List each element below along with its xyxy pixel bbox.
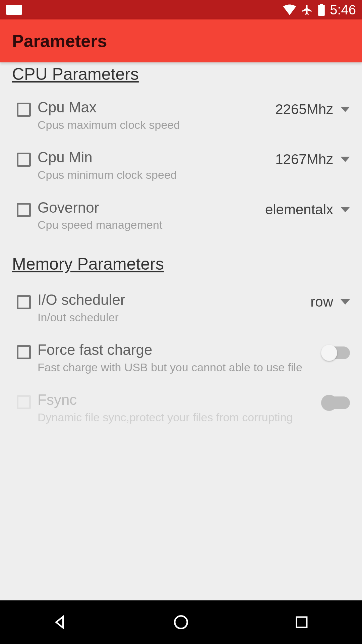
switch-knob	[321, 395, 337, 411]
setting-sub: Cpu speed management	[38, 218, 255, 232]
content[interactable]: CPU Parameters Cpu Max Cpus maximum cloc…	[0, 62, 362, 600]
setting-sub: Fast charge with USB but you cannot able…	[38, 360, 312, 375]
checkbox-fast-charge[interactable]	[17, 345, 31, 359]
setting-text: Fsync Dynamic file sync,protect your fil…	[38, 391, 316, 424]
nav-back-button[interactable]	[40, 602, 80, 642]
checkbox-io-scheduler[interactable]	[17, 295, 31, 309]
setting-text: Governor Cpu speed management	[38, 199, 258, 232]
chevron-down-icon	[341, 157, 350, 162]
status-time: 5:46	[330, 2, 356, 17]
setting-governor[interactable]: Governor Cpu speed management elementalx	[0, 191, 362, 241]
back-icon	[52, 614, 69, 631]
screen: 5:46 Parameters CPU Parameters Cpu Max C…	[0, 0, 362, 644]
checkbox-cpu-min[interactable]	[17, 153, 31, 167]
section-header-cpu: CPU Parameters	[0, 64, 362, 91]
setting-text: I/O scheduler In/out scheduler	[38, 291, 304, 324]
nav-home-button[interactable]	[161, 602, 201, 642]
svg-rect-1	[297, 617, 307, 628]
airplane-icon	[301, 4, 313, 16]
switch-fsync	[322, 396, 350, 409]
value-text: 2265Mhz	[275, 101, 333, 117]
value-text: 1267Mhz	[275, 151, 333, 167]
setting-title: Cpu Min	[38, 149, 265, 166]
setting-title: Fsync	[38, 391, 312, 409]
value-text: elementalx	[265, 202, 333, 218]
setting-fast-charge[interactable]: Force fast charge Fast charge with USB b…	[0, 333, 362, 383]
setting-sub: In/out scheduler	[38, 310, 300, 325]
recent-icon	[294, 614, 309, 630]
setting-title: Governor	[38, 199, 255, 217]
setting-cpu-max[interactable]: Cpu Max Cpus maximum clock speed 2265Mhz	[0, 91, 362, 141]
page-title: Parameters	[12, 31, 107, 51]
dropdown-cpu-min[interactable]: 1267Mhz	[275, 151, 350, 167]
chevron-down-icon	[341, 299, 350, 305]
status-right: 5:46	[283, 2, 356, 17]
checkbox-fsync	[17, 395, 31, 409]
notification-icon	[6, 5, 22, 15]
checkbox-cpu-max[interactable]	[17, 103, 31, 117]
setting-title: Cpu Max	[38, 99, 265, 116]
chevron-down-icon	[341, 107, 350, 112]
battery-icon	[318, 4, 325, 16]
switch-knob	[321, 345, 337, 361]
setting-title: Force fast charge	[38, 341, 312, 359]
setting-text: Cpu Max Cpus maximum clock speed	[38, 99, 268, 132]
dropdown-io-scheduler[interactable]: row	[310, 294, 350, 310]
chevron-down-icon	[341, 207, 350, 212]
section-header-memory: Memory Parameters	[0, 241, 362, 283]
wifi-icon	[283, 4, 296, 15]
switch-fast-charge[interactable]	[322, 346, 350, 359]
setting-sub: Dynamic file sync,protect your files fro…	[38, 410, 312, 425]
dropdown-governor[interactable]: elementalx	[265, 202, 350, 218]
app-bar: Parameters	[0, 19, 362, 62]
setting-title: I/O scheduler	[38, 291, 300, 309]
dropdown-cpu-max[interactable]: 2265Mhz	[275, 101, 350, 117]
setting-sub: Cpus minimum clock speed	[38, 168, 265, 182]
setting-cpu-min[interactable]: Cpu Min Cpus minimum clock speed 1267Mhz	[0, 141, 362, 191]
setting-text: Cpu Min Cpus minimum clock speed	[38, 149, 268, 182]
setting-io-scheduler[interactable]: I/O scheduler In/out scheduler row	[0, 283, 362, 333]
nav-bar	[0, 600, 362, 644]
home-icon	[173, 614, 189, 631]
status-bar: 5:46	[0, 0, 362, 19]
setting-fsync: Fsync Dynamic file sync,protect your fil…	[0, 383, 362, 433]
setting-text: Force fast charge Fast charge with USB b…	[38, 341, 316, 374]
svg-point-0	[175, 616, 187, 629]
nav-recent-button[interactable]	[282, 602, 322, 642]
setting-sub: Cpus maximum clock speed	[38, 118, 265, 132]
status-left	[6, 5, 22, 15]
checkbox-governor[interactable]	[17, 203, 31, 217]
value-text: row	[310, 294, 333, 310]
